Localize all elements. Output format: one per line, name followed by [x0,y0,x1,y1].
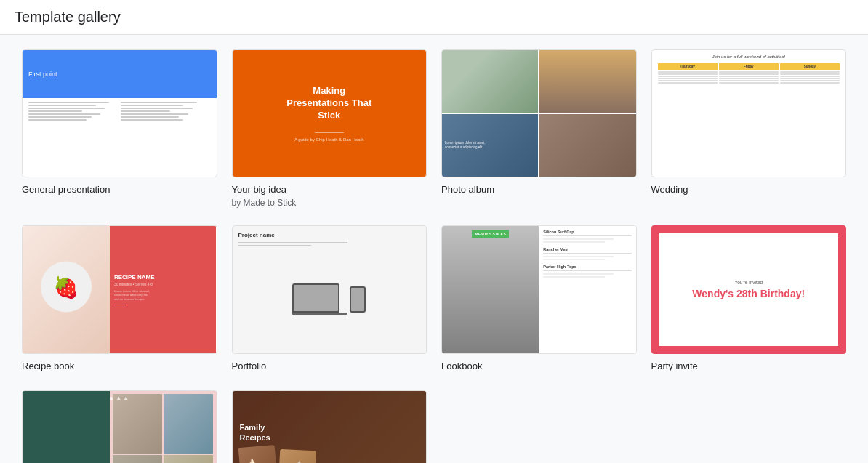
recipe-desc: Lorem ipsum dolor sit amet,consectetur a… [114,289,212,302]
wedding-grid: Thursday Friday Sund [658,63,840,172]
template-thumb-wedding: Join us for a full weekend of activities… [651,49,847,177]
party-name-text: Wendy's 28th Birthday! [692,288,805,300]
template-thumb-party: You're invited Wendy's 28th Birthday! [651,225,847,353]
rs-food-1: 🍗 [238,445,278,463]
template-thumb-photoalbum: Lorem ipsum dolor sit amet,consectetur a… [441,49,637,177]
template-thumb-lookbook: MENDY'S STICKS Silicon Surf Cap Rancher … [441,225,637,353]
yearbook-left: Yearbook [23,391,110,463]
lookbook-badge: MENDY'S STICKS [472,230,508,238]
template-thumb-yearbook: Yearbook ▲▲▲ [22,390,217,463]
gp-title-text: First point [28,71,57,78]
template-item-lookbook[interactable]: MENDY'S STICKS Silicon Surf Cap Rancher … [441,225,637,372]
template-thumb-bigidea: MakingPresentations ThatStick A guide by… [232,49,427,177]
recipe-berry: 🍓 [41,262,92,313]
template-thumb-recipeshowcase: FamilyRecipes 🍗 🥧 [232,390,427,463]
portfolio-devices [238,252,421,347]
template-sublabel-bigidea: by Made to Stick [232,198,427,208]
gallery-container: First point [0,35,868,463]
rs-food-images: 🍗 🥧 [240,446,316,463]
lookbook-product-3: Parker High-Tops [543,265,631,278]
gp-text-right [121,102,211,173]
portfolio-phone [350,286,366,313]
template-label-lookbook: Lookbook [441,360,637,373]
party-invited-text: You're invited [734,280,763,285]
template-item-general-presentation[interactable]: First point [22,49,217,208]
recipe-dash [114,305,127,305]
template-item-wedding[interactable]: Join us for a full weekend of activities… [651,49,847,208]
portfolio-laptop-group [292,283,347,315]
rs-title: FamilyRecipes [240,422,270,443]
template-item-yearbook[interactable]: Yearbook ▲▲▲ Yearbook [22,390,217,463]
template-thumb-portfolio: Project name [232,225,427,353]
party-inner: You're invited Wendy's 28th Birthday! [659,233,839,345]
template-label-party: Party invite [651,360,847,373]
template-thumb-general: First point [22,49,217,177]
lookbook-content: Silicon Surf Cap Rancher Vest Parker Hig… [539,226,635,353]
gp-body [23,98,217,177]
gp-text-left [28,102,118,173]
lookbook-product-2: Rancher Vest [543,247,631,260]
wedding-col-thu: Thursday [658,63,718,172]
template-label-general: General presentation [22,183,217,196]
portfolio-title: Project name [238,232,421,238]
recipe-time: 30 minutes • Serves 4-6 [114,282,212,286]
template-label-recipe: Recipe book [22,360,217,373]
yb-cell-1 [113,394,162,454]
bigidea-title: MakingPresentations ThatStick [286,85,371,122]
template-thumb-recipe: 🍓 RECIPE NAME 30 minutes • Serves 4-6 Lo… [22,225,217,353]
template-item-your-big-idea[interactable]: MakingPresentations ThatStick A guide by… [232,49,427,208]
rs-food-2: 🥧 [278,449,316,463]
lookbook-product-1: Silicon Surf Cap [543,230,631,243]
portfolio-lines [238,242,421,246]
yb-cell-3 [113,455,162,463]
wedding-col-sun: Sunday [780,63,840,172]
wedding-col-fri: Friday [719,63,779,172]
bigidea-byline: A guide by Chip Heath & Dan Heath [294,137,364,142]
rs-content: FamilyRecipes 🍗 🥧 [233,416,427,463]
template-item-recipe-showcase[interactable]: FamilyRecipes 🍗 🥧 Recipe showcase [232,390,427,463]
pa-cell-1 [442,50,538,113]
gp-header: First point [23,50,217,98]
template-item-portfolio[interactable]: Project name Portf [232,225,427,372]
page-header: Template gallery [0,0,868,35]
template-item-photo-album[interactable]: Lorem ipsum dolor sit amet,consectetur a… [441,49,637,208]
template-label-portfolio: Portfolio [232,360,427,373]
gallery-grid: First point [22,49,846,463]
yb-cell-2 [164,394,213,454]
recipe-text-panel: RECIPE NAME 30 minutes • Serves 4-6 Lore… [110,226,217,353]
wedding-title: Join us for a full weekend of activities… [658,55,840,59]
pa-cell-4 [539,114,635,177]
page-title: Template gallery [15,9,121,25]
recipe-name: RECIPE NAME [114,274,212,281]
template-label-wedding: Wedding [651,183,847,196]
lookbook-image: MENDY'S STICKS [442,226,539,353]
bigidea-divider [315,132,344,133]
yearbook-triangles: ▲▲▲ [108,395,130,401]
portfolio-laptop-base [292,313,347,315]
yearbook-right [110,391,217,463]
recipe-image: 🍓 [23,226,110,353]
template-item-recipe-book[interactable]: 🍓 RECIPE NAME 30 minutes • Serves 4-6 Lo… [22,225,217,372]
pa-cell-3: Lorem ipsum dolor sit amet,consectetur a… [442,114,538,177]
template-item-party-invite[interactable]: You're invited Wendy's 28th Birthday! Pa… [651,225,847,372]
pa-cell-2 [539,50,635,113]
template-label-bigidea: Your big idea [232,183,427,196]
yb-cell-4 [164,455,213,463]
template-label-photoalbum: Photo album [441,183,637,196]
portfolio-laptop [292,283,339,313]
